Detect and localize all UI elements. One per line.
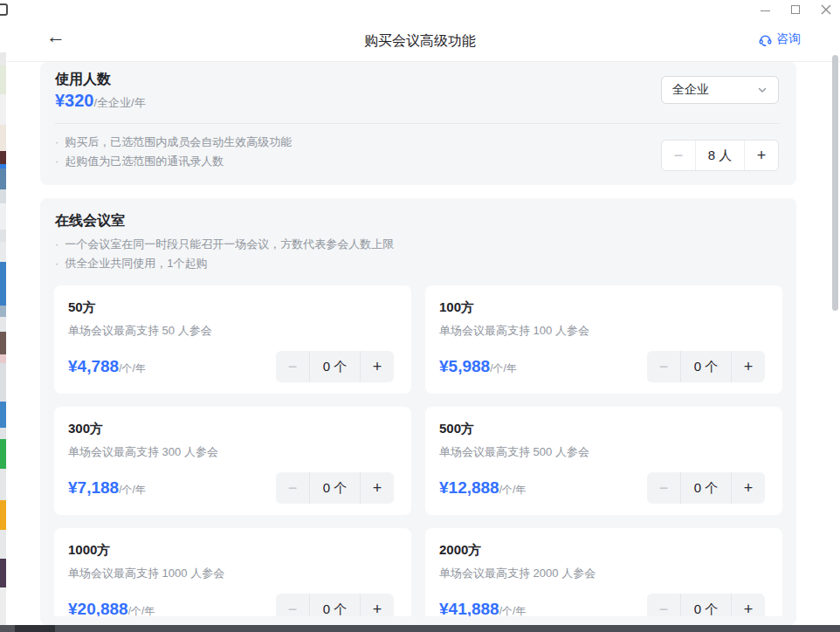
room-card-bottom: ¥4,788 /个/年 − 0 个 +: [68, 351, 394, 382]
room-increase-button[interactable]: +: [732, 594, 765, 625]
room-capacity-desc: 单场会议最高支持 2000 人参会: [439, 566, 768, 581]
maximize-button[interactable]: [783, 0, 808, 19]
room-price-unit: /个/年: [119, 483, 146, 498]
room-price: ¥4,788 /个/年: [68, 357, 146, 376]
background-thumbnail: [0, 151, 6, 164]
room-price: ¥12,888 /个/年: [439, 478, 526, 498]
scope-dropdown[interactable]: 全企业: [661, 76, 779, 104]
room-capacity-desc: 单场会议最高支持 500 人参会: [439, 444, 768, 460]
minimize-icon: [761, 10, 770, 11]
room-increase-button[interactable]: +: [732, 351, 765, 382]
background-window-button: [0, 3, 8, 16]
background-thumbnail: [0, 500, 6, 530]
room-card: 1000方 单场会议最高支持 1000 人参会 ¥20,888 /个/年 − 0…: [54, 528, 411, 625]
rooms-note-text: 供全企业共同使用，1个起购: [65, 254, 207, 273]
background-thumbnail: [0, 94, 6, 125]
room-price-amount: ¥7,188: [68, 478, 119, 498]
rooms-note-text: 一个会议室在同一时段只能召开一场会议，方数代表参会人数上限: [65, 235, 394, 254]
room-size-label: 1000方: [68, 542, 397, 559]
room-decrease-button[interactable]: −: [647, 351, 680, 382]
room-count-stepper: − 0 个 +: [276, 351, 394, 382]
purchase-dialog-window: ← 购买会议高级功能 咨询 使用人数 ¥320 /全企业/年 全企业 · 购买后…: [0, 0, 840, 632]
room-price-amount: ¥4,788: [68, 357, 119, 376]
room-size-label: 50方: [68, 299, 397, 316]
background-thumbnail: [0, 402, 6, 428]
background-thumbnail: [0, 354, 6, 363]
usage-note-text: 购买后，已选范围内成员会自动生效高级功能: [65, 133, 292, 152]
room-increase-button[interactable]: +: [361, 594, 394, 625]
room-decrease-button[interactable]: −: [647, 472, 680, 504]
chevron-down-icon: [757, 85, 768, 95]
close-icon: [821, 4, 831, 15]
bullet-icon: ·: [55, 235, 59, 254]
room-decrease-button[interactable]: −: [276, 472, 309, 504]
background-thumbnail: [0, 469, 6, 500]
background-thumbnail: [0, 559, 6, 587]
background-thumbnail: [0, 363, 6, 402]
room-count-value: 0 个: [310, 359, 360, 375]
usage-note: · 购买后，已选范围内成员会自动生效高级功能: [55, 133, 292, 152]
background-thumbnail: [0, 230, 6, 242]
room-price-unit: /个/年: [119, 361, 146, 376]
bullet-icon: ·: [55, 133, 59, 152]
usage-price-unit: /全企业/年: [94, 95, 146, 111]
room-card: 50方 单场会议最高支持 50 人参会 ¥4,788 /个/年 − 0 个 +: [54, 285, 411, 394]
background-thumbnail: [0, 587, 6, 625]
background-window-strip: [0, 0, 6, 625]
usage-price-amount: ¥320: [55, 91, 94, 111]
seat-increase-button[interactable]: +: [745, 141, 778, 170]
seat-decrease-button[interactable]: −: [662, 141, 695, 170]
room-count-stepper: − 0 个 +: [647, 594, 765, 625]
page-title: 购买会议高级功能: [0, 32, 840, 51]
scope-dropdown-value: 全企业: [672, 82, 709, 98]
room-increase-button[interactable]: +: [732, 472, 765, 504]
scrollbar-thumb[interactable]: [832, 55, 838, 311]
room-count-value: 0 个: [310, 480, 360, 497]
room-price-unit: /个/年: [499, 604, 527, 619]
room-card-bottom: ¥5,988 /个/年 − 0 个 +: [439, 351, 765, 382]
window-controls: [747, 0, 838, 19]
room-price-unit: /个/年: [490, 361, 517, 376]
maximize-icon: [791, 5, 800, 14]
room-card-bottom: ¥20,888 /个/年 − 0 个 +: [68, 594, 394, 625]
room-price-unit: /个/年: [499, 483, 527, 498]
room-size-label: 2000方: [439, 542, 768, 559]
minimize-button[interactable]: [753, 0, 777, 19]
room-card-bottom: ¥12,888 /个/年 − 0 个 +: [439, 472, 765, 504]
background-thumbnail: [0, 65, 6, 94]
rooms-section-title: 在线会议室: [55, 212, 125, 230]
room-price-amount: ¥5,988: [439, 357, 490, 376]
room-price-amount: ¥12,888: [439, 478, 499, 498]
close-button[interactable]: [814, 0, 838, 19]
background-thumbnail: [0, 52, 6, 65]
room-price-amount: ¥20,888: [68, 600, 128, 619]
room-price: ¥20,888 /个/年: [68, 600, 155, 619]
bullet-icon: ·: [55, 152, 59, 171]
background-thumbnail: [0, 262, 6, 306]
room-count-stepper: − 0 个 +: [647, 472, 765, 504]
background-thumbnail: [0, 317, 6, 332]
room-increase-button[interactable]: +: [361, 351, 394, 382]
room-card: 100方 单场会议最高支持 100 人参会 ¥5,988 /个/年 − 0 个 …: [425, 285, 782, 394]
bullet-icon: ·: [55, 254, 59, 273]
room-price: ¥5,988 /个/年: [439, 357, 517, 376]
seat-count-stepper: − 8 人 +: [661, 140, 779, 171]
background-thumbnail: [0, 125, 6, 151]
room-capacity-desc: 单场会议最高支持 1000 人参会: [68, 566, 397, 581]
room-price: ¥7,188 /个/年: [68, 478, 146, 498]
usage-section-title: 使用人数: [55, 71, 111, 89]
room-decrease-button[interactable]: −: [276, 351, 309, 382]
usage-notes: · 购买后，已选范围内成员会自动生效高级功能 · 起购值为已选范围的通讯录人数: [55, 133, 292, 171]
background-thumbnail: [0, 168, 6, 189]
background-thumbnail: [0, 203, 6, 230]
rooms-note: · 一个会议室在同一时段只能召开一场会议，方数代表参会人数上限: [55, 235, 394, 254]
room-card: 500方 单场会议最高支持 500 人参会 ¥12,888 /个/年 − 0 个…: [425, 407, 782, 515]
room-increase-button[interactable]: +: [361, 472, 394, 504]
room-price: ¥41,888 /个/年: [439, 600, 526, 619]
consult-button[interactable]: 咨询: [758, 31, 801, 47]
window-edge-segment: [0, 625, 15, 632]
room-decrease-button[interactable]: −: [276, 594, 309, 625]
background-thumbnail: [0, 428, 6, 439]
room-decrease-button[interactable]: −: [647, 594, 680, 625]
room-count-stepper: − 0 个 +: [276, 472, 394, 504]
